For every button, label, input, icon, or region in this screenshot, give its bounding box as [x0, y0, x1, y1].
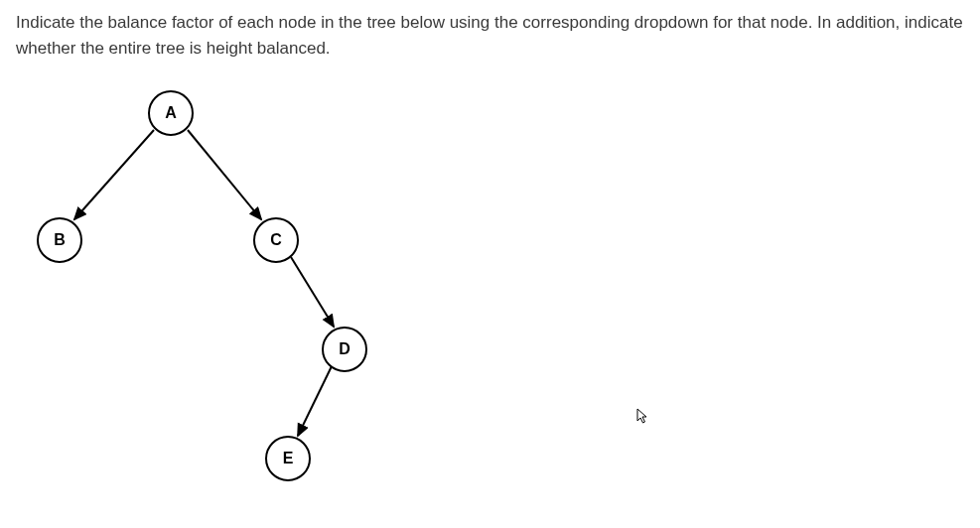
tree-node-c: C [253, 217, 299, 263]
tree-node-a: A [148, 90, 194, 136]
tree-node-b: B [37, 217, 82, 263]
svg-line-4 [298, 366, 332, 436]
tree-edges [0, 80, 496, 517]
tree-node-d: D [322, 327, 367, 372]
question-instructions: Indicate the balance factor of each node… [0, 0, 980, 61]
svg-line-1 [74, 130, 154, 219]
node-label: D [339, 340, 350, 358]
tree-node-e: E [265, 436, 311, 481]
cursor-icon [635, 408, 651, 424]
svg-line-3 [291, 257, 334, 327]
node-label: B [54, 231, 66, 249]
node-label: A [165, 104, 177, 122]
tree-diagram: A B C D E [0, 80, 980, 517]
node-label: E [283, 450, 294, 467]
svg-line-2 [188, 130, 261, 219]
node-label: C [270, 231, 282, 249]
